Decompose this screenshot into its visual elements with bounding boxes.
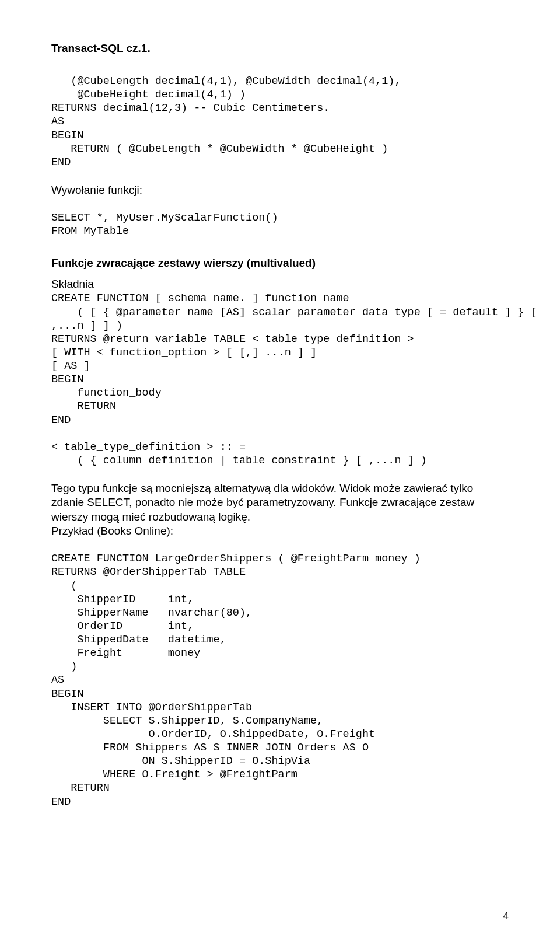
paragraph-description: Tego typu funkcje są mocniejszą alternat… bbox=[51, 481, 509, 524]
label-syntax: Składnia bbox=[51, 278, 509, 291]
label-example: Przykład (Books Online): bbox=[51, 524, 509, 538]
code-block-example: CREATE FUNCTION LargeOrderShippers ( @Fr… bbox=[51, 552, 509, 808]
code-block-select: SELECT *, MyUser.MyScalarFunction() FROM… bbox=[51, 211, 509, 238]
code-block-syntax: CREATE FUNCTION [ schema_name. ] functio… bbox=[51, 292, 509, 467]
page-number: 4 bbox=[503, 910, 509, 922]
document-page: Transact-SQL cz.1. (@CubeLength decimal(… bbox=[0, 0, 560, 943]
section-heading-multivalued: Funkcje zwracające zestawy wierszy (mult… bbox=[51, 257, 509, 270]
page-title: Transact-SQL cz.1. bbox=[51, 42, 509, 55]
code-block-function-definition: (@CubeLength decimal(4,1), @CubeWidth de… bbox=[51, 75, 509, 169]
label-call-function: Wywołanie funkcji: bbox=[51, 183, 509, 197]
